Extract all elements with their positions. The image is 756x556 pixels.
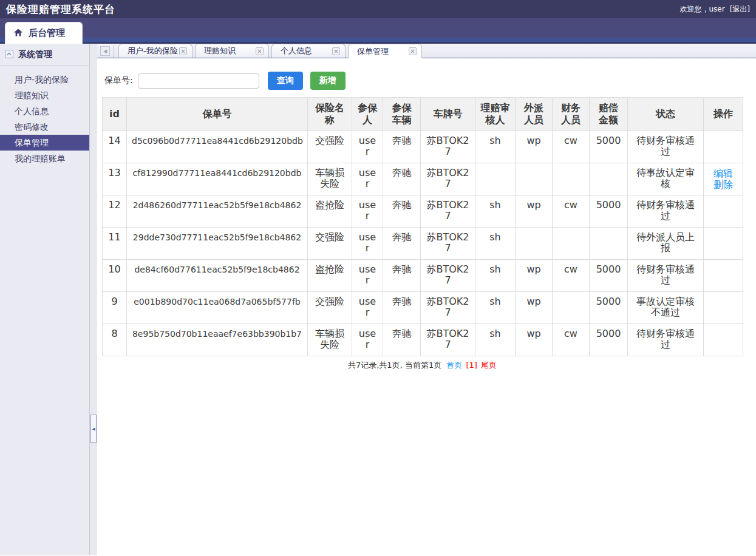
cell-id: 14 xyxy=(103,131,127,163)
logout-link[interactable]: [退出] xyxy=(730,4,750,15)
cell-ops xyxy=(704,260,743,292)
collapse-left-icon: ◀ xyxy=(92,427,95,432)
tab-close-icon[interactable]: × xyxy=(256,47,264,55)
cell-insurance: 交强险 xyxy=(308,292,352,324)
tabstrip-divider xyxy=(113,46,114,58)
sidebar-section-header[interactable]: 系统管理 xyxy=(0,44,89,66)
cell-amount: 5000 xyxy=(590,195,628,228)
cell-person: user xyxy=(352,131,383,163)
cell-dispatcher: wp xyxy=(516,260,553,292)
cell-ops xyxy=(704,195,743,228)
tab-label: 用户-我的保险 xyxy=(128,46,178,56)
sidebar-item[interactable]: 用户-我的保险 xyxy=(0,72,89,87)
cell-id: 11 xyxy=(103,228,127,260)
cell-dispatcher: wp xyxy=(516,292,553,324)
cell-policy_no: de84cf60d77611eac52b5f9e18cb4862 xyxy=(127,260,308,292)
main-layout: 系统管理 用户-我的保险理赔知识个人信息密码修改保单管理我的理赔账单 ◀ ◀ 用… xyxy=(0,44,756,555)
column-header: 保单号 xyxy=(127,98,308,131)
edit-link[interactable]: 编辑 xyxy=(709,168,738,179)
cell-person: user xyxy=(352,195,383,228)
table-row: 10de84cf60d77611eac52b5f9e18cb4862盗抢险use… xyxy=(103,260,743,292)
tab-close-icon[interactable]: × xyxy=(332,47,340,55)
cell-id: 9 xyxy=(103,292,127,324)
query-button[interactable]: 查询 xyxy=(268,72,303,90)
cell-plate: 苏BTOK27 xyxy=(421,195,475,228)
main-panel: ◀ 用户-我的保险×理赔知识×个人信息×保单管理× 保单号: 查询 新增 id保… xyxy=(97,44,756,555)
policy-no-input[interactable] xyxy=(138,73,259,89)
tabstrip: ◀ 用户-我的保险×理赔知识×个人信息×保单管理× xyxy=(97,44,756,58)
cell-dispatcher: wp xyxy=(516,324,553,356)
tab-close-icon[interactable]: × xyxy=(179,47,187,55)
cell-dispatcher: wp xyxy=(516,195,553,228)
cell-person: user xyxy=(352,163,383,195)
cell-policy_no: 8e95b750d70b11eaaef7e63bb390b1b7 xyxy=(127,324,308,356)
cell-status: 待财务审核通过 xyxy=(628,195,704,228)
nav-bar xyxy=(0,18,756,38)
column-header: 操作 xyxy=(704,98,743,131)
home-icon xyxy=(14,28,22,39)
content-tab[interactable]: 个人信息× xyxy=(271,44,346,58)
sidebar-item[interactable]: 密码修改 xyxy=(0,119,89,135)
cell-vehicle: 奔驰 xyxy=(383,228,421,260)
sidebar-item[interactable]: 我的理赔账单 xyxy=(0,151,89,166)
welcome-text: 欢迎您，user xyxy=(679,4,724,15)
cell-status: 待外派人员上报 xyxy=(628,228,704,260)
cell-insurance: 车辆损失险 xyxy=(308,324,352,356)
table-row: 14d5c096b0d77711ea8441cd6b29120bdb交强险use… xyxy=(103,131,743,163)
content-tab[interactable]: 保单管理× xyxy=(348,44,422,58)
page-header: 保险理赔管理系统平台 欢迎您，user [退出] 后台管理 xyxy=(0,0,756,44)
pagination-last-link[interactable]: 尾页 xyxy=(481,361,497,370)
cell-id: 12 xyxy=(103,195,127,228)
sidebar-item[interactable]: 保单管理 xyxy=(0,135,89,151)
cell-policy_no: 2d486260d77711eac52b5f9e18cb4862 xyxy=(127,195,308,228)
cell-policy_no: e001b890d70c11ea068d7a065bf577fb xyxy=(127,292,308,324)
cell-vehicle: 奔驰 xyxy=(383,163,421,195)
sidebar-gutter: ◀ xyxy=(90,44,97,555)
backend-manage-tab[interactable]: 后台管理 xyxy=(5,22,83,44)
column-header: 保险名称 xyxy=(308,98,352,131)
cell-id: 13 xyxy=(103,163,127,195)
cell-auditor: sh xyxy=(475,260,516,292)
tab-scroll-left-button[interactable]: ◀ xyxy=(100,46,110,56)
sidebar: 系统管理 用户-我的保险理赔知识个人信息密码修改保单管理我的理赔账单 xyxy=(0,44,90,555)
search-row: 保单号: 查询 新增 xyxy=(104,72,756,90)
column-header: id xyxy=(103,98,127,131)
cell-person: user xyxy=(352,324,383,356)
sidebar-collapse-handle[interactable]: ◀ xyxy=(90,415,97,443)
cell-ops xyxy=(704,131,743,163)
cell-policy_no: d5c096b0d77711ea8441cd6b29120bdb xyxy=(127,131,308,163)
tab-close-icon[interactable]: × xyxy=(409,47,417,55)
cell-vehicle: 奔驰 xyxy=(383,260,421,292)
cell-vehicle: 奔驰 xyxy=(383,324,421,356)
sidebar-item[interactable]: 理赔知识 xyxy=(0,87,89,103)
cell-finance xyxy=(553,228,590,260)
cell-plate: 苏BTOK27 xyxy=(421,260,475,292)
cell-plate: 苏BTOK27 xyxy=(421,228,475,260)
nav-strip xyxy=(0,38,756,44)
policy-table-body: 14d5c096b0d77711ea8441cd6b29120bdb交强险use… xyxy=(103,131,743,356)
delete-link[interactable]: 删除 xyxy=(709,179,738,191)
cell-plate: 苏BTOK27 xyxy=(421,292,475,324)
column-header: 理赔审核人 xyxy=(475,98,516,131)
cell-amount: 5000 xyxy=(590,324,628,356)
cell-auditor: sh xyxy=(475,324,516,356)
content-tab[interactable]: 理赔知识× xyxy=(195,44,269,58)
add-button[interactable]: 新增 xyxy=(310,72,346,90)
pagination-first-link[interactable]: 首页 xyxy=(446,361,462,370)
cell-auditor: sh xyxy=(475,131,516,163)
cell-ops xyxy=(704,292,743,324)
table-row: 13cf812990d77711ea8441cd6b29120bdb车辆损失险u… xyxy=(103,163,743,195)
cell-ops xyxy=(704,324,743,356)
content-tab[interactable]: 用户-我的保险× xyxy=(118,44,192,58)
column-header: 赔偿金额 xyxy=(590,98,628,131)
cell-insurance: 车辆损失险 xyxy=(308,163,352,195)
cell-insurance: 交强险 xyxy=(308,131,352,163)
sidebar-item[interactable]: 个人信息 xyxy=(0,103,89,119)
cell-finance: cw xyxy=(553,195,590,228)
pagination-current-page: [1] xyxy=(466,361,477,370)
cell-vehicle: 奔驰 xyxy=(383,292,421,324)
app-title: 保险理赔管理系统平台 xyxy=(6,2,115,16)
cell-id: 8 xyxy=(103,324,127,356)
column-header: 财务人员 xyxy=(553,98,590,131)
panel-collapse-icon[interactable] xyxy=(5,50,13,60)
